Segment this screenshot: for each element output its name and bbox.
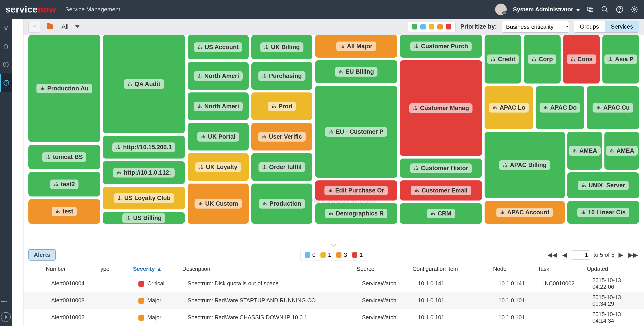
svg-rect-131	[416, 189, 417, 189]
service-tile[interactable]: CRM	[400, 203, 482, 224]
breadcrumb-label[interactable]: All	[62, 23, 68, 30]
pager-next-icon[interactable]: ▶	[618, 251, 624, 259]
col-config-item[interactable]: Configuration item	[412, 266, 493, 272]
prioritize-by-select[interactable]: Business criticality	[502, 21, 569, 33]
service-tile[interactable]: Prod	[251, 92, 312, 120]
service-tile[interactable]: APAC Lo	[484, 86, 533, 129]
service-tile[interactable]: User Verific	[251, 123, 312, 151]
nav-filter[interactable]	[0, 19, 12, 37]
tile-label-pill: UK Custom	[194, 199, 242, 208]
col-number[interactable]: Number	[46, 266, 97, 272]
service-tile[interactable]: Production Au	[28, 35, 100, 142]
svg-rect-96	[266, 204, 267, 205]
service-tile[interactable]: Edit Purchase Or	[315, 180, 397, 200]
service-tile[interactable]: 10 Linear Cis	[567, 201, 639, 224]
service-tile[interactable]: AMEA	[604, 132, 639, 170]
nav-home[interactable]	[0, 37, 12, 55]
search-icon[interactable]	[600, 5, 609, 14]
service-tile[interactable]: UK Portal	[188, 123, 249, 151]
alerts-tab[interactable]: Alerts	[28, 249, 56, 261]
svg-rect-99	[340, 47, 341, 48]
service-tile[interactable]: UK Loyalty	[188, 153, 249, 181]
service-tile[interactable]: Order fullfil	[251, 153, 312, 181]
help-icon[interactable]	[616, 5, 624, 14]
pager-last-icon[interactable]: ▶▶	[628, 251, 639, 259]
service-tile[interactable]: http://10.1.0.112:	[103, 161, 185, 184]
service-tile[interactable]: Purchasing	[251, 62, 312, 90]
col-type[interactable]: Type	[97, 266, 133, 272]
pager-prev-icon[interactable]: ◀	[561, 251, 568, 259]
nav-more-icon[interactable]: •••	[1, 295, 11, 308]
service-tile[interactable]: test2	[28, 172, 100, 196]
pane-splitter[interactable]	[24, 243, 644, 247]
severity-swatch	[305, 252, 310, 258]
col-severity[interactable]: Severity ▲	[133, 266, 182, 272]
service-tile[interactable]: US Loyalty Club	[103, 187, 185, 209]
service-tile[interactable]: Asia P	[602, 35, 639, 84]
nav-info[interactable]	[0, 55, 12, 74]
service-tile[interactable]: All Major	[315, 35, 397, 58]
hierarchy-icon	[329, 129, 334, 134]
service-tile[interactable]: Customer Purch	[400, 35, 482, 58]
service-tile[interactable]: UK Billing	[251, 35, 312, 59]
service-tile[interactable]: US Billing	[103, 212, 185, 224]
col-source[interactable]: Source	[357, 266, 412, 272]
service-tile[interactable]: APAC Account	[484, 201, 565, 224]
pager-current-input[interactable]	[571, 250, 590, 260]
service-tile[interactable]: UK Custom	[188, 183, 249, 224]
service-tile[interactable]: Cons	[563, 35, 600, 84]
cell-source: ServiceWatch	[362, 314, 418, 321]
service-tile[interactable]: AMEA	[567, 132, 602, 170]
service-tile[interactable]: test	[28, 199, 100, 224]
svg-rect-135	[432, 212, 433, 213]
user-menu[interactable]: System Administrator	[513, 6, 580, 13]
col-updated[interactable]: Updated	[587, 266, 644, 272]
service-tile[interactable]: tomcat BS	[28, 145, 100, 169]
svg-rect-175	[611, 149, 612, 150]
avatar[interactable]	[495, 3, 507, 15]
col-node[interactable]: Node	[493, 266, 538, 272]
service-tile[interactable]: EU Billing	[315, 60, 397, 83]
service-tile[interactable]: http://10.15.200.1	[103, 136, 185, 159]
connect-chat-icon[interactable]	[586, 5, 594, 14]
view-groups-button[interactable]: Groups	[574, 21, 605, 32]
nav-info-active[interactable]	[0, 74, 12, 92]
gear-icon[interactable]	[630, 5, 639, 14]
service-tile[interactable]: North Ameri	[188, 62, 249, 90]
service-tile[interactable]: QA Audit	[103, 35, 185, 133]
cell-ci: 10.1.0.101	[418, 314, 498, 321]
service-tile[interactable]: Customer Email	[400, 180, 482, 200]
user-name-label: System Administrator	[513, 6, 573, 13]
svg-rect-154	[611, 60, 612, 61]
up-button[interactable]	[28, 21, 40, 33]
table-row[interactable]: Alert0010003MajorSpectrum: RadWare START…	[24, 292, 644, 309]
service-tile[interactable]: APAC Cu	[587, 86, 639, 129]
tile-label-pill: Corp	[528, 54, 556, 64]
service-tile[interactable]: Production	[251, 183, 312, 224]
breadcrumb-caret-icon[interactable]	[75, 25, 80, 28]
service-tile[interactable]: Customer Manag	[400, 60, 482, 156]
pager-first-icon[interactable]: ◀◀	[546, 251, 558, 259]
service-tile[interactable]: US Account	[188, 35, 249, 59]
folder-breadcrumb[interactable]	[44, 21, 56, 33]
nav-play-icon[interactable]	[1, 312, 11, 322]
hierarchy-icon	[328, 188, 333, 193]
service-tile[interactable]: EU - Customer P	[315, 86, 397, 178]
service-tile[interactable]: APAC Billing	[484, 132, 565, 198]
view-services-button[interactable]: Services	[605, 21, 639, 32]
service-tile[interactable]: APAC Do	[536, 86, 584, 129]
hierarchy-icon	[201, 134, 206, 139]
col-task[interactable]: Task	[538, 266, 587, 272]
svg-rect-73	[266, 45, 267, 46]
service-tile[interactable]: Corp	[524, 35, 560, 84]
service-tile[interactable]: UNIX_Server	[567, 172, 639, 198]
service-tile[interactable]: Credit	[484, 35, 521, 84]
hierarchy-icon	[262, 201, 267, 206]
table-row[interactable]: Alert0010002MajorSpectrum: RadWare CHASS…	[24, 309, 644, 326]
cell-severity: Critical	[138, 280, 188, 287]
service-tile[interactable]: North Ameri	[188, 92, 249, 120]
service-tile[interactable]: Demographics R	[315, 203, 397, 224]
service-tile[interactable]: Customer Histor	[400, 159, 482, 178]
table-row[interactable]: Alert0010004CriticalSpectrum: Disk quota…	[24, 275, 644, 292]
col-description[interactable]: Description	[182, 266, 357, 272]
